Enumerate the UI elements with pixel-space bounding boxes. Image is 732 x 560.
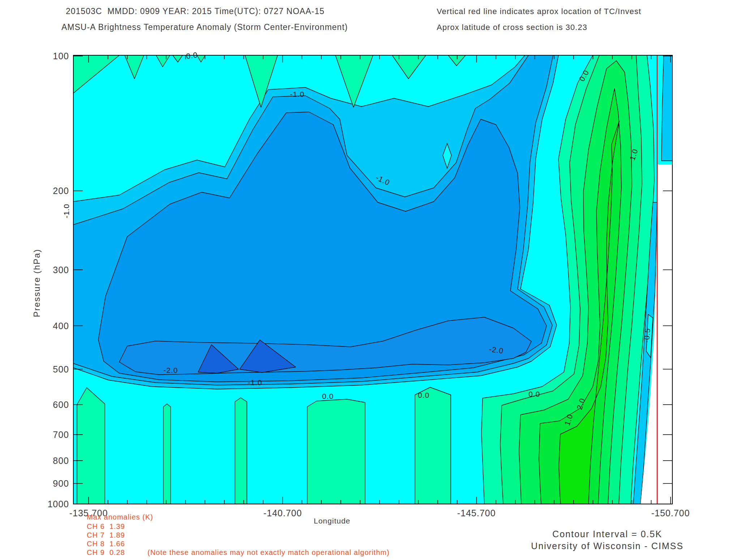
contour-label: 0.0 [322,392,334,400]
y-tick-label-200: 200 [53,186,69,196]
contour-label: -1.0 [62,204,70,218]
ch8-anomaly: CH 8 1.66 [87,540,125,548]
x-axis-label: Longitude [314,517,350,525]
ch9-anomaly: CH 9 0.28 [87,548,125,557]
ch7-anomaly: CH 7 1.89 [87,531,125,539]
contour-interval-label: Contour Interval = 0.5K [552,529,662,539]
y-tick-label-600: 600 [53,399,69,410]
ch6-anomaly: CH 6 1.39 [87,522,125,531]
y-tick-label-800: 800 [53,455,69,466]
right-edge-blue-top [662,55,672,161]
contour-plot-svg: 0.0-1.0-1.0-1.0-2.0-1.00.00.00.0-2.00.01… [0,0,732,560]
y-tick-label-1000: 1000 [47,499,69,509]
bottom-green-3 [235,398,247,504]
contour-label: -2.0 [163,366,178,374]
contour-label: 0.0 [528,390,540,398]
x-tick-150: -150.700 [651,508,690,518]
y-tick-label-400: 400 [53,320,69,331]
y-tick-label-900: 900 [53,478,69,489]
amsu-cross-section-page: { "header": { "title_line1": "201503C MM… [0,0,732,560]
contour-label: -1.0 [248,378,262,387]
bottom-green-5 [415,387,451,504]
max-anomalies-title: Max anomalies (K) [87,513,153,521]
contour-label: -1.0 [290,90,304,98]
x-tick-145: -145.700 [457,508,496,518]
y-tick-label-500: 500 [53,364,69,374]
y-tick-label-700: 700 [53,429,69,440]
x-tick-140: -140.700 [264,508,302,518]
contour-label: -0.5 [642,328,651,343]
bottom-green-2 [163,404,171,504]
algorithm-note: (Note these anomalies may not exactly ma… [147,548,390,557]
bottom-green-4 [307,399,365,504]
credit-label: University of Wisconsin - CIMSS [531,541,684,551]
contour-label: 0.0 [418,391,429,399]
bottom-green-1 [77,388,105,504]
y-axis-label: Pressure (hPa) [32,249,42,317]
y-tick-label-300: 300 [53,264,69,275]
y-tick-label-100: 100 [53,51,69,61]
contour-label: 0.0 [185,51,198,60]
